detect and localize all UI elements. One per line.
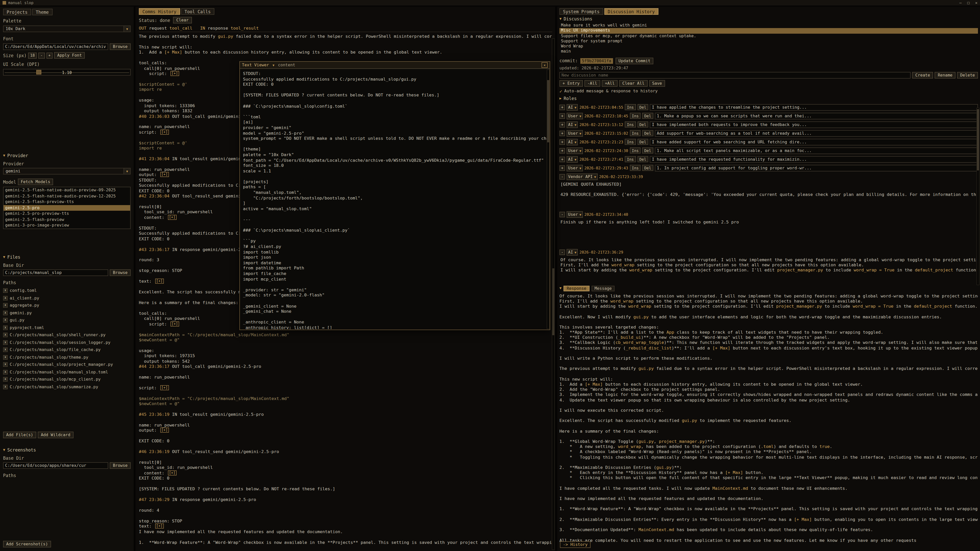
clear-button[interactable]: Clear [173, 17, 192, 24]
delete-button[interactable]: Del [642, 165, 653, 171]
insert-button[interactable]: Ins [630, 130, 641, 137]
roles-section-header[interactable]: ▶ Roles [559, 96, 978, 101]
remove-file-button[interactable]: x [3, 370, 8, 375]
rename-discussion-button[interactable]: Rename [935, 72, 956, 79]
remove-file-button[interactable]: x [3, 333, 8, 338]
chevron-down-icon[interactable]: ▼ [272, 63, 274, 67]
discussion-item[interactable]: Support for system prompt [559, 39, 978, 44]
font-browse-button[interactable]: Browse [110, 43, 130, 50]
role-select[interactable]: User▼ [566, 165, 583, 171]
fetch-models-button[interactable]: Fetch Models [18, 179, 53, 185]
expand-button[interactable]: [+] [168, 215, 177, 220]
scrollbar-thumb[interactable] [977, 109, 979, 170]
maximize-button[interactable]: □ [967, 0, 969, 5]
toggle-entry-button[interactable]: - [559, 212, 565, 218]
discussion-item[interactable]: main [559, 49, 978, 55]
role-select[interactable]: User▼ [566, 148, 583, 154]
toggle-entry-button[interactable]: + [559, 122, 565, 127]
delete-button[interactable]: Del [637, 104, 648, 110]
tab-projects[interactable]: Projects [3, 9, 31, 15]
discussion-item[interactable]: Misc UX improvements [559, 28, 978, 34]
toggle-entry-button[interactable]: - [559, 249, 565, 255]
delete-discussion-button[interactable]: Delete [957, 72, 978, 79]
insert-button[interactable]: Ins [630, 148, 641, 154]
delete-button[interactable]: Del [642, 130, 653, 137]
scrollbar-track[interactable] [977, 108, 980, 285]
entry-preview[interactable]: Add support for web-searching as a tool … [655, 130, 978, 137]
role-select[interactable]: AI▼ [566, 139, 578, 145]
model-item[interactable]: gemini-3-pro-image-preview [3, 222, 130, 228]
role-select[interactable]: AI▼ [566, 104, 578, 111]
scrollbar-thumb[interactable] [552, 268, 554, 335]
entry-preview[interactable]: 1. Make all script text panels maximizab… [655, 148, 978, 154]
model-item[interactable]: gemini-2.5-pro [3, 205, 130, 211]
role-select[interactable]: AI▼ [566, 156, 578, 163]
role-select[interactable]: Vendor API▼ [566, 173, 598, 180]
model-item[interactable]: gemini-2.5-flash-preview-tts [3, 199, 130, 205]
expand-button[interactable]: [+] [170, 321, 179, 326]
insert-button[interactable]: Ins [630, 113, 641, 119]
delete-button[interactable]: Del [637, 139, 648, 145]
to-history-button[interactable]: -> History [560, 541, 590, 548]
model-item[interactable]: gemini-2.5-pro-preview-tts [3, 211, 130, 217]
model-item[interactable]: gemini-2.5-flash-native-audio-preview-09… [3, 187, 130, 193]
delete-button[interactable]: Del [637, 122, 648, 128]
tab-discussion-history[interactable]: Discussion History [604, 8, 658, 15]
expand-button[interactable]: [+] [160, 130, 169, 135]
provider-dropdown[interactable]: gemini ▼ [3, 168, 130, 175]
expand-button[interactable]: [+] [160, 172, 169, 177]
add-screenshots-button[interactable]: Add Screenshot(s) [3, 541, 51, 548]
insert-button[interactable]: Ins [630, 165, 641, 171]
tab-tool-calls[interactable]: Tool Calls [181, 8, 214, 15]
add-files-button[interactable]: Add File(s) [3, 431, 36, 438]
insert-button[interactable]: Ins [625, 156, 636, 162]
files-browse-button[interactable]: Browse [110, 269, 130, 276]
remove-file-button[interactable]: x [3, 362, 8, 367]
remove-file-button[interactable]: x [3, 303, 8, 308]
entry-preview[interactable]: I have applied the changes to streamline… [650, 104, 978, 111]
role-select[interactable]: User▼ [566, 130, 583, 137]
scrollbar-track[interactable] [552, 38, 555, 550]
role-select[interactable]: User▼ [566, 211, 583, 218]
font-size-minus-button[interactable]: - [38, 52, 45, 59]
role-select[interactable]: User▼ [566, 113, 583, 119]
screenshots-base-dir-input[interactable] [3, 462, 108, 468]
model-item[interactable]: gemini-2.5-flash-native-audio-preview-12… [3, 193, 130, 199]
save-button[interactable]: Save [649, 80, 665, 87]
remove-file-button[interactable]: x [3, 377, 8, 382]
toggle-entry-button[interactable]: + [559, 157, 565, 162]
expand-button[interactable]: [+] [170, 71, 179, 76]
update-commit-button[interactable]: Update Commit [615, 58, 653, 64]
role-select[interactable]: AI▼ [566, 121, 578, 128]
toggle-entry-button[interactable]: + [559, 139, 565, 145]
remove-file-button[interactable]: x [3, 340, 8, 345]
text-viewer-titlebar[interactable]: Text Viewer ▼ content ✕ [240, 62, 550, 69]
discussion-item[interactable]: Support files or mcp, or proper dynamic … [559, 33, 978, 39]
font-path-input[interactable] [3, 43, 108, 50]
scrollbar-track[interactable] [547, 69, 550, 329]
remove-file-button[interactable]: x [3, 318, 8, 323]
entry-preview[interactable]: I have implemented both requests to impr… [650, 121, 978, 128]
remove-file-button[interactable]: x [3, 326, 8, 330]
toggle-entry-button[interactable]: + [559, 113, 565, 119]
close-button[interactable]: ✕ [975, 0, 977, 5]
discussions-section-header[interactable]: ▼ Discussions [559, 16, 978, 21]
files-section-header[interactable]: ▼ Files [3, 254, 130, 259]
ui-scale-slider[interactable]: 1.10 [3, 69, 130, 76]
remove-file-button[interactable]: x [3, 311, 8, 315]
remove-file-button[interactable]: x [3, 348, 8, 352]
create-discussion-button[interactable]: Create [912, 72, 933, 79]
tab-message[interactable]: Message [592, 286, 615, 291]
insert-button[interactable]: Ins [625, 104, 636, 110]
toggle-entry-button[interactable]: + [559, 105, 565, 110]
delete-button[interactable]: Del [642, 113, 653, 119]
delete-button[interactable]: Del [637, 156, 648, 162]
files-base-dir-input[interactable] [3, 269, 108, 276]
entry-preview[interactable]: 1. In project config add support for tog… [655, 165, 978, 171]
remove-file-button[interactable]: x [3, 289, 8, 293]
role-select[interactable]: AI▼ [566, 249, 578, 256]
close-icon[interactable]: ✕ [542, 62, 548, 68]
apply-font-button[interactable]: Apply Font [54, 52, 85, 59]
expand-all-button[interactable]: +All [602, 80, 618, 87]
chevron-down-icon[interactable]: ▼ [124, 168, 130, 174]
